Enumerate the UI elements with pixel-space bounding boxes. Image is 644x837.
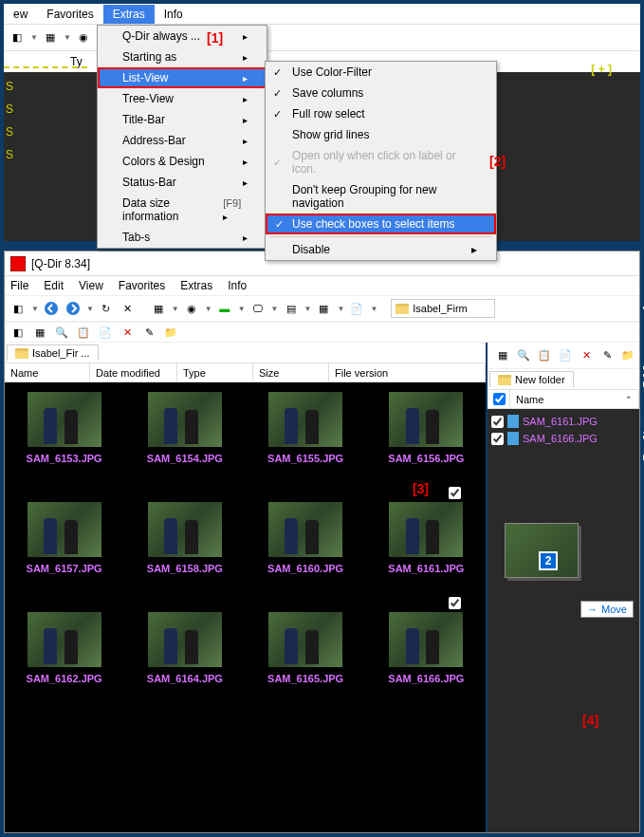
menu-item-title-bar[interactable]: Title-Bar▸ xyxy=(98,109,267,130)
toolbar-icon[interactable]: ✎ xyxy=(598,346,616,365)
toolbar-icon[interactable]: ◉ xyxy=(182,299,201,318)
file-name: SAM_6166.JPG xyxy=(523,433,598,444)
toolbar-icon[interactable]: ▦ xyxy=(30,323,49,342)
thumb-checkbox[interactable] xyxy=(449,487,461,499)
col-version[interactable]: File version xyxy=(329,363,486,381)
thumbnail-image xyxy=(389,502,463,557)
toolbar-icon[interactable]: ◧ xyxy=(9,323,28,342)
submenu-use-checkboxes[interactable]: ✓Use check boxes to select items xyxy=(266,214,496,234)
thumbnail-filename: SAM_6162.JPG xyxy=(12,673,116,684)
col-name[interactable]: Name xyxy=(5,363,90,381)
menu-favorites[interactable]: Favorites xyxy=(37,5,102,24)
toolbar-icon[interactable]: 📄 xyxy=(347,299,366,318)
nav-fwd-icon[interactable] xyxy=(64,299,83,318)
toolbar-icon[interactable]: ▦ xyxy=(314,299,333,318)
menu-item-address-bar[interactable]: Address-Bar▸ xyxy=(98,130,267,151)
right-list-area[interactable]: SAM_6161.JPG SAM_6166.JPG 2 → Move [4] xyxy=(488,409,639,832)
thumbnail-image xyxy=(148,502,222,557)
thumbnail-item[interactable]: SAM_6154.JPG xyxy=(133,392,236,464)
toolbar-icon[interactable]: 📁 xyxy=(161,323,180,342)
list-item[interactable]: SAM_6161.JPG xyxy=(491,413,635,430)
menu-favorites[interactable]: Favorites xyxy=(119,279,165,292)
toolbar-icon[interactable]: ✕ xyxy=(577,346,596,365)
file-icon xyxy=(507,415,519,428)
col-check[interactable] xyxy=(488,390,510,408)
menu-view[interactable]: View xyxy=(79,279,103,292)
thumbnail-item[interactable]: SAM_6158.JPG xyxy=(133,502,236,574)
menu-item-starting-as[interactable]: Starting as▸ xyxy=(98,46,267,67)
submenu-full-row-select[interactable]: ✓Full row select xyxy=(266,103,496,124)
thumbnail-item[interactable]: SAM_6161.JPG xyxy=(375,502,478,574)
toolbar-icon[interactable]: ✕ xyxy=(118,323,137,342)
menu-extras[interactable]: Extras xyxy=(180,279,212,292)
col-size[interactable]: Size xyxy=(253,363,329,381)
refresh-icon[interactable]: ↻ xyxy=(97,299,116,318)
toolbar-icon[interactable]: ▬ xyxy=(215,299,234,318)
address-box[interactable]: Isabel_Firm xyxy=(391,299,495,318)
toolbar-icon[interactable]: ▤ xyxy=(282,299,301,318)
menu-info[interactable]: Info xyxy=(228,279,247,292)
toolbar-icon[interactable]: ▦ xyxy=(41,28,60,47)
menu-file[interactable]: File xyxy=(10,279,28,292)
tab-label: New folder xyxy=(515,374,565,385)
thumbnail-item[interactable]: SAM_6165.JPG xyxy=(254,612,358,684)
menu-info[interactable]: Info xyxy=(155,5,193,24)
thumbnail-image xyxy=(28,502,101,557)
thumbnail-item[interactable]: SAM_6164.JPG xyxy=(133,612,236,684)
monitor-icon[interactable]: 🖵 xyxy=(248,299,267,318)
thumbnail-item[interactable]: SAM_6155.JPG xyxy=(254,392,358,464)
menu-item-tree-view[interactable]: Tree-View▸ xyxy=(98,88,267,109)
item-checkbox[interactable] xyxy=(491,433,504,445)
col-type[interactable]: Type xyxy=(177,363,253,381)
thumbnail-filename: SAM_6165.JPG xyxy=(254,673,358,684)
col-date[interactable]: Date modified xyxy=(90,363,177,381)
submenu-color-filter[interactable]: ✓Use Color-Filter xyxy=(266,62,496,83)
menu-item-list-view[interactable]: List-View▸ xyxy=(98,67,267,88)
thumbnail-item[interactable]: SAM_6166.JPG xyxy=(375,612,478,684)
thumbnail-item[interactable]: SAM_6153.JPG xyxy=(12,392,116,464)
item-checkbox[interactable] xyxy=(491,416,504,428)
thumbnail-item[interactable]: SAM_6157.JPG xyxy=(12,502,116,574)
toolbar-icon[interactable]: ✎ xyxy=(139,323,158,342)
submenu-show-grid[interactable]: Show grid lines xyxy=(266,124,496,145)
top-menubar: ew Favorites Extras Info xyxy=(4,4,640,25)
list-item[interactable]: SAM_6166.JPG xyxy=(491,430,635,447)
menu-item-tabs[interactable]: Tab-s▸ xyxy=(98,227,267,248)
menu-view[interactable]: ew xyxy=(4,5,37,24)
menu-edit[interactable]: Edit xyxy=(44,279,64,292)
toolbar-icon[interactable]: 📁 xyxy=(618,346,637,365)
submenu-save-columns[interactable]: ✓Save columns xyxy=(266,83,496,103)
toolbar-icon[interactable]: 📄 xyxy=(96,323,115,342)
submenu-dont-keep-grouping[interactable]: Don't keep Grouping for new navigation xyxy=(266,179,496,214)
toolbar-icon[interactable]: 🔍 xyxy=(514,346,533,365)
toolbar-icon[interactable]: ◉ xyxy=(74,28,93,47)
menu-extras[interactable]: Extras xyxy=(103,5,155,24)
menu-item-colors-design[interactable]: Colors & Design▸ xyxy=(98,151,267,172)
toolbar-icon[interactable]: 📋 xyxy=(74,323,93,342)
thumbnail-item[interactable]: SAM_6160.JPG xyxy=(254,502,358,574)
thumbnail-item[interactable]: SAM_6156.JPG xyxy=(375,392,478,464)
col-name[interactable]: Name⌃ xyxy=(510,390,639,408)
gear-icon[interactable]: ✕ xyxy=(119,299,138,318)
tab-label: Isabel_Fir ... xyxy=(32,347,90,359)
toolbar-icon[interactable]: 📋 xyxy=(535,346,554,365)
nav-back-icon[interactable] xyxy=(42,299,61,318)
left-tab[interactable]: Isabel_Fir ... xyxy=(7,344,99,361)
menu-item-qdir-always[interactable]: Q-Dir always ...▸ xyxy=(98,26,267,46)
toolbar-icon[interactable]: ◧ xyxy=(8,28,27,47)
thumbnail-item[interactable]: SAM_6162.JPG xyxy=(12,612,116,684)
side-labels: S S S S xyxy=(4,72,89,166)
menu-item-status-bar[interactable]: Status-Bar▸ xyxy=(98,172,267,193)
layout-icon[interactable]: ◧ xyxy=(9,299,28,318)
folder-icon xyxy=(396,304,409,314)
thumb-checkbox[interactable] xyxy=(449,597,461,609)
toolbar-icon[interactable]: 🔍 xyxy=(52,323,71,342)
submenu-disable[interactable]: Disable▸ xyxy=(266,239,496,260)
toolbar-icon[interactable]: ▦ xyxy=(149,299,168,318)
right-pane: ▦ 🔍 📋 📄 ✕ ✎ 📁 New folder Name⌃ xyxy=(486,343,639,832)
thumbnails-area[interactable]: SAM_6153.JPGSAM_6154.JPGSAM_6155.JPGSAM_… xyxy=(5,382,486,832)
toolbar-icon[interactable]: ▦ xyxy=(493,346,512,365)
menu-item-data-size[interactable]: Data size information[F9] ▸ xyxy=(98,193,267,227)
right-tab[interactable]: New folder xyxy=(489,371,574,387)
toolbar-icon[interactable]: 📄 xyxy=(556,346,575,365)
